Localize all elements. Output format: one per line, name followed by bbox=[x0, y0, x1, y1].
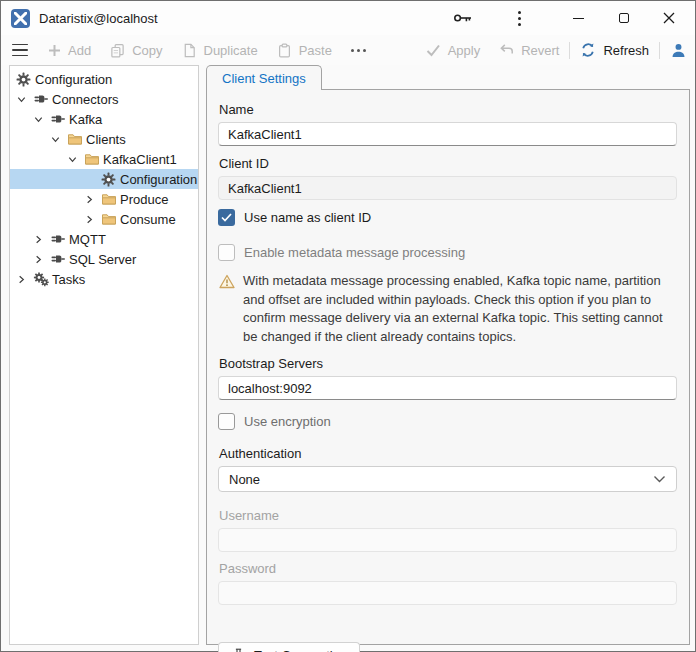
encryption-checkbox-label: Use encryption bbox=[244, 414, 331, 429]
folder-icon bbox=[84, 151, 102, 167]
client-settings-panel: Name Client ID Use name as client ID Ena… bbox=[206, 89, 690, 645]
refresh-icon bbox=[580, 42, 596, 58]
tree-item-sql-server[interactable]: SQL Server bbox=[10, 249, 198, 269]
use-name-checkbox-row: Use name as client ID bbox=[218, 209, 677, 226]
copy-icon bbox=[110, 43, 125, 58]
use-name-checkbox[interactable] bbox=[218, 209, 235, 226]
plug-icon bbox=[33, 91, 51, 107]
tree-item-kafkaclient1[interactable]: KafkaClient1 bbox=[10, 149, 198, 169]
tree-item-kafka[interactable]: Kafka bbox=[10, 109, 198, 129]
folder-icon bbox=[67, 131, 85, 147]
test-connection-button[interactable]: Test Connection bbox=[218, 642, 360, 652]
name-input[interactable] bbox=[218, 122, 677, 146]
maximize-button[interactable] bbox=[601, 2, 646, 35]
use-name-checkbox-label: Use name as client ID bbox=[244, 210, 371, 225]
chevron-right-icon[interactable] bbox=[33, 254, 50, 265]
name-label: Name bbox=[219, 102, 677, 117]
plug-icon bbox=[50, 111, 68, 127]
paste-button[interactable]: Paste bbox=[277, 43, 332, 58]
plug-icon bbox=[50, 251, 68, 267]
plus-icon bbox=[48, 44, 61, 57]
check-icon bbox=[426, 44, 441, 57]
chevron-right-icon[interactable] bbox=[33, 234, 50, 245]
duplicate-icon bbox=[182, 43, 197, 58]
warning-icon bbox=[219, 274, 235, 289]
test-connection-label: Test Connection bbox=[254, 648, 347, 652]
refresh-button[interactable]: Refresh bbox=[580, 42, 649, 58]
gears-icon bbox=[33, 271, 51, 287]
metadata-checkbox bbox=[218, 244, 235, 261]
chevron-down-icon[interactable] bbox=[33, 114, 50, 125]
tree-item-configuration[interactable]: Configuration bbox=[10, 69, 198, 89]
window-title: Dataristix@localhost bbox=[39, 11, 158, 26]
plug-icon bbox=[50, 231, 68, 247]
tree-item-produce[interactable]: Produce bbox=[10, 189, 198, 209]
authentication-label: Authentication bbox=[219, 446, 677, 461]
folder-icon bbox=[101, 211, 119, 227]
chevron-down-icon[interactable] bbox=[67, 154, 84, 165]
chevron-down-icon bbox=[653, 475, 666, 484]
kebab-menu-icon[interactable] bbox=[502, 3, 536, 33]
minimize-button[interactable] bbox=[556, 2, 601, 35]
chevron-down-icon[interactable] bbox=[16, 94, 33, 105]
tree-item-mqtt[interactable]: MQTT bbox=[10, 229, 198, 249]
password-label: Password bbox=[219, 561, 677, 576]
paste-icon bbox=[277, 43, 292, 58]
tree-item-consume[interactable]: Consume bbox=[10, 209, 198, 229]
chevron-right-icon[interactable] bbox=[16, 274, 33, 285]
authentication-dropdown[interactable]: None bbox=[218, 466, 677, 492]
tab-client-settings[interactable]: Client Settings bbox=[206, 65, 322, 90]
duplicate-button[interactable]: Duplicate bbox=[182, 43, 258, 58]
folder-icon bbox=[101, 191, 119, 207]
app-icon bbox=[11, 9, 30, 28]
warning-text: With metadata message processing enabled… bbox=[243, 272, 677, 346]
bootstrap-servers-input[interactable] bbox=[218, 376, 677, 400]
client-id-input bbox=[218, 176, 677, 200]
connector-tree: Configuration Connectors Kafka Clients bbox=[9, 65, 199, 645]
gear-icon bbox=[101, 172, 119, 187]
username-label: Username bbox=[219, 508, 677, 523]
authentication-value: None bbox=[229, 472, 260, 487]
tree-item-client-configuration[interactable]: Configuration bbox=[10, 169, 198, 189]
revert-button[interactable]: Revert bbox=[499, 43, 559, 58]
user-account-icon[interactable] bbox=[670, 42, 687, 59]
encryption-checkbox-row: Use encryption bbox=[218, 413, 677, 430]
toolbar: Add Copy Duplicate Paste bbox=[1, 35, 695, 65]
gear-icon bbox=[16, 72, 34, 87]
client-id-label: Client ID bbox=[219, 156, 677, 171]
check-icon bbox=[221, 213, 232, 222]
apply-button[interactable]: Apply bbox=[426, 43, 481, 58]
toolbar-overflow-icon[interactable] bbox=[351, 49, 366, 52]
password-input bbox=[218, 581, 677, 605]
add-button[interactable]: Add bbox=[48, 43, 91, 58]
close-button[interactable] bbox=[646, 2, 691, 35]
metadata-checkbox-label: Enable metadata message processing bbox=[244, 245, 465, 260]
key-icon[interactable] bbox=[446, 3, 480, 33]
bootstrap-servers-label: Bootstrap Servers bbox=[219, 356, 677, 371]
undo-icon bbox=[499, 43, 514, 57]
encryption-checkbox[interactable] bbox=[218, 413, 235, 430]
flask-icon bbox=[231, 648, 246, 652]
chevron-down-icon[interactable] bbox=[50, 134, 67, 145]
username-input bbox=[218, 528, 677, 552]
tree-item-tasks[interactable]: Tasks bbox=[10, 269, 198, 289]
chevron-right-icon[interactable] bbox=[84, 214, 101, 225]
titlebar: Dataristix@localhost bbox=[1, 1, 695, 35]
app-window: Dataristix@localhost Add bbox=[0, 0, 696, 652]
chevron-right-icon[interactable] bbox=[84, 194, 101, 205]
hamburger-menu-icon[interactable] bbox=[12, 44, 28, 57]
tree-item-connectors[interactable]: Connectors bbox=[10, 89, 198, 109]
metadata-checkbox-row: Enable metadata message processing bbox=[218, 244, 677, 261]
tree-item-clients[interactable]: Clients bbox=[10, 129, 198, 149]
copy-button[interactable]: Copy bbox=[110, 43, 162, 58]
metadata-warning: With metadata message processing enabled… bbox=[219, 272, 677, 346]
